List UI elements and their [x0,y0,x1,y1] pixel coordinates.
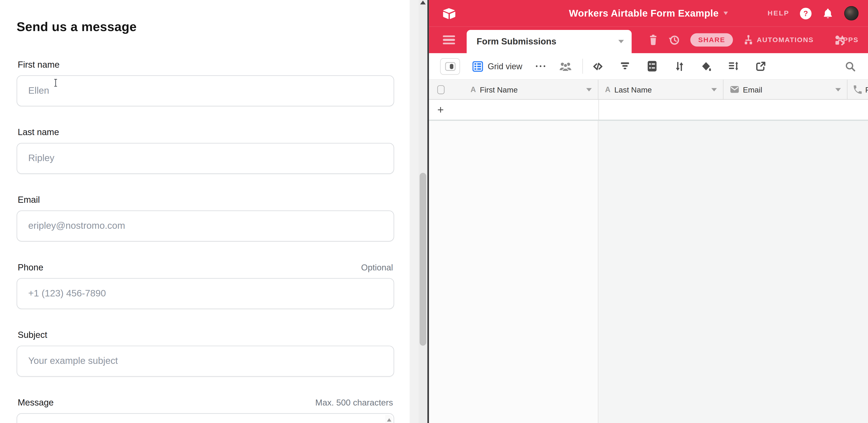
account-avatar[interactable] [844,6,859,21]
column-chevron-down-icon[interactable] [711,88,717,91]
airtable-window: Workers Airtable Form Example HELP ? [429,0,868,423]
grid-body [429,121,868,423]
tab-form-submissions[interactable]: Form Submissions [467,30,631,53]
message-textarea[interactable]: Tenetur optio quaerat expedita vero et i… [17,413,394,423]
field-email: Email [17,194,393,242]
row-height-button[interactable] [728,61,739,71]
airtable-logo-icon [443,7,456,19]
text-field-type-icon: A [471,85,476,94]
screen: Send us a message First name Last name E… [0,0,868,423]
message-maxchars-hint: Max. 500 characters [315,397,393,408]
column-name: P [865,85,868,94]
column-header-last-name[interactable]: A Last Name [598,80,723,99]
phone-field[interactable] [17,278,394,309]
history-icon[interactable] [669,34,681,46]
column-name: Last Name [614,85,652,94]
subject-label: Subject [17,330,47,341]
airtable-tabbar: Form Submissions SHARE [429,27,868,53]
phone-label: Phone [17,262,43,273]
message-placeholder: Tenetur optio quaerat expedita vero et i… [28,422,301,423]
sort-button[interactable] [674,61,685,72]
view-toolbar: Grid view [429,53,868,79]
phone-field-type-icon [853,85,862,94]
airtable-header: Workers Airtable Form Example HELP ? [429,0,868,27]
apps-button[interactable]: APPS [838,36,859,44]
phone-optional-hint: Optional [361,262,393,273]
page-scrollbar[interactable] [418,0,428,423]
hide-fields-button[interactable] [592,61,603,72]
textarea-scrollbar[interactable] [385,415,392,423]
color-button[interactable] [701,61,712,72]
automations-icon[interactable] [743,35,754,45]
window-scroll-gutter [410,0,418,423]
last-name-input[interactable] [17,143,394,174]
add-record-plus-icon[interactable]: + [437,104,444,115]
email-field-type-icon [730,86,739,93]
filter-button[interactable] [620,61,631,71]
grid-column-headers: A First Name A Last Name Email [429,79,868,100]
subject-input[interactable] [17,346,394,377]
group-button[interactable] [647,60,658,72]
field-last-name: Last name [17,127,393,174]
email-field[interactable] [17,211,394,242]
message-label: Message [17,397,54,408]
column-chevron-down-icon[interactable] [586,88,592,91]
help-button[interactable]: HELP [768,9,789,17]
window-gap [427,0,429,423]
field-subject: Subject [17,330,393,377]
toolbar-divider [583,59,583,73]
field-first-name: First name [17,59,393,107]
group-icon [647,60,657,72]
hide-fields-icon [592,61,603,72]
scroll-up-arrow-icon[interactable] [420,0,426,4]
share-view-icon [755,61,766,72]
collaborators-icon[interactable] [559,61,572,71]
base-title-chevron-down-icon[interactable] [723,12,728,15]
search-icon [845,61,856,72]
share-view-button[interactable] [755,61,766,72]
column-header-email[interactable]: Email [723,80,847,99]
contact-form-pane: Send us a message First name Last name E… [0,0,410,423]
search-button[interactable] [845,61,856,72]
table-tab-label: Form Submissions [476,37,618,47]
field-message: Message Max. 500 characters Tenetur opti… [17,397,393,423]
trash-icon[interactable] [648,34,658,46]
grid-body-first-column-area [429,121,598,423]
view-name-label: Grid view [488,61,522,71]
help-question-icon[interactable]: ? [800,7,812,19]
first-name-input[interactable] [17,75,394,106]
grid-view-icon [472,61,483,72]
add-record-row[interactable]: + [429,100,868,121]
table-menu-hamburger-icon[interactable] [443,35,455,44]
column-name: Email [743,85,762,94]
views-sidebar-toggle-icon [445,62,455,71]
column-header-phone[interactable]: P [847,80,868,99]
grid-body-background [598,121,868,423]
email-label: Email [17,194,40,206]
table-tab-chevron-down-icon[interactable] [618,40,624,43]
view-switcher[interactable]: Grid view [472,61,522,72]
automations-button[interactable]: AUTOMATIONS [757,36,814,44]
column-name: First Name [480,85,518,94]
color-paint-icon [701,61,712,72]
text-cursor-ibeam [53,79,58,87]
textarea-scroll-up-icon[interactable] [386,418,391,421]
last-name-label: Last name [17,127,59,138]
select-all-checkbox[interactable] [437,85,444,94]
sort-icon [675,61,684,72]
views-sidebar-toggle-button[interactable] [440,58,460,74]
row-height-icon [728,61,739,71]
share-button[interactable]: SHARE [690,33,733,47]
first-name-label: First name [17,59,60,70]
base-title[interactable]: Workers Airtable Form Example [569,7,719,19]
page-scrollbar-thumb[interactable] [420,173,426,346]
field-phone: Phone Optional [17,262,393,309]
notifications-bell-icon[interactable] [822,7,834,19]
view-options-ellipsis-icon[interactable] [536,65,546,67]
form-heading: Send us a message [17,19,393,34]
column-header-first-name[interactable]: A First Name [429,80,598,99]
column-divider [598,100,599,120]
text-field-type-icon: A [605,85,611,94]
column-chevron-down-icon[interactable] [835,88,841,91]
filter-funnel-icon [620,61,631,71]
